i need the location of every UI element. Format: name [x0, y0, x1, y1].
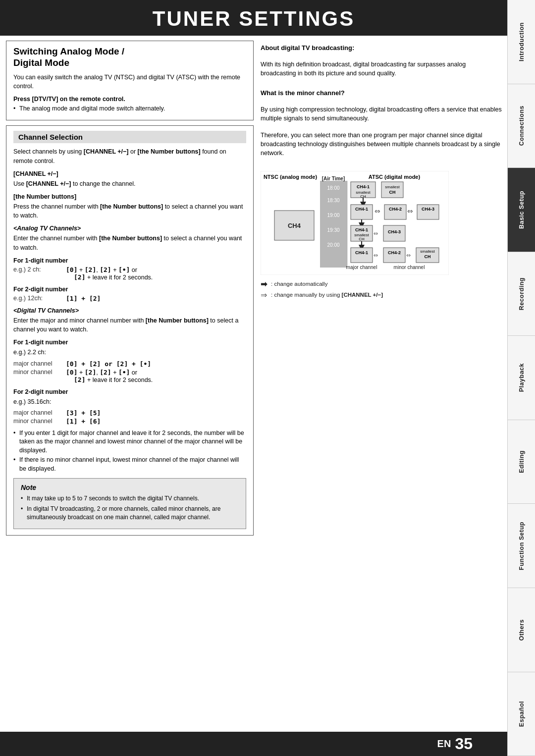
language-label: EN [437, 738, 451, 750]
svg-text:⇔: ⇔ [374, 207, 380, 215]
eg-2digit-analog-value: [1] + [2] [66, 295, 101, 302]
channel-plus-minus-heading: [CHANNEL +/−] [13, 169, 246, 178]
minor-2digit-label: minor channel [13, 418, 63, 425]
sidebar-item-playback[interactable]: Playback [508, 336, 535, 420]
digital-channels-heading: <Digital TV Channels> [13, 306, 246, 315]
channel-diagram: NTSC (analog mode) [Air Time] 18:00 18:3… [261, 171, 502, 301]
for-2digit-analog-heading: For 2-digit number [13, 285, 246, 294]
channel-bullet2: If there is no minor channel input, lowe… [13, 456, 246, 473]
sidebar-label-introduction: Introduction [518, 22, 525, 61]
minor-1digit-label: minor channel [13, 369, 63, 376]
for-1digit-digital-heading: For 1-digit number [13, 338, 246, 347]
svg-text:NTSC (analog mode): NTSC (analog mode) [264, 174, 318, 180]
svg-text:ATSC (digital mode): ATSC (digital mode) [369, 174, 421, 180]
svg-text:19:30: 19:30 [327, 227, 339, 233]
channel-diagram-svg: NTSC (analog mode) [Air Time] 18:00 18:3… [261, 171, 449, 275]
minor-2digit-digital-entry: minor channel [1] + [6] [13, 418, 246, 425]
svg-text:18:30: 18:30 [327, 198, 339, 203]
minor-heading: What is the minor channel? [261, 89, 502, 98]
sidebar-label-playback: Playback [518, 363, 525, 392]
svg-text:CH4-3: CH4-3 [422, 207, 434, 212]
eg-2digit-analog-label: e.g.) 12ch: [13, 295, 63, 302]
major-2digit-label: major channel [13, 409, 63, 416]
for-1digit-analog-heading: For 1-digit number [13, 256, 246, 265]
press-dtv-heading: Press [DTV/TV] on the remote control. [13, 95, 246, 104]
diagram-svg-wrapper: NTSC (analog mode) [Air Time] 18:00 18:3… [261, 171, 502, 276]
major-1digit-digital-entry: major channel [0] + [2] or [2] + [•] [13, 360, 246, 368]
analog-channels-heading: <Analog TV Channels> [13, 224, 246, 233]
sidebar: Introduction Connections Basic Setup Rec… [507, 0, 535, 756]
sidebar-label-espanol: Español [518, 701, 525, 727]
number-buttons-heading: [the Number buttons] [13, 192, 246, 201]
legend-solid-label: : change automatically [271, 281, 327, 287]
sidebar-label-basic-setup: Basic Setup [518, 191, 525, 229]
svg-rect-2 [320, 181, 347, 268]
svg-text:smallest: smallest [420, 249, 435, 254]
sidebar-label-connections: Connections [518, 106, 525, 146]
channel-selection-section: Channel Selection Select channels by usi… [6, 125, 254, 535]
svg-text:CH4-2: CH4-2 [389, 207, 402, 212]
minor-body2: Therefore, you can select more than one … [261, 131, 502, 158]
svg-text:⇔: ⇔ [374, 252, 378, 258]
digital-channels-body: Enter the major and minor channel number… [13, 316, 246, 334]
minor-1digit-values: [0] + [2], [2] + [•] or [2] + leave it f… [66, 369, 153, 383]
minor-1digit-digital-entry: minor channel [0] + [2], [2] + [•] or [2… [13, 369, 246, 383]
svg-text:⇔: ⇔ [406, 252, 411, 258]
analog-channels-body: Enter the channel number with [the Numbe… [13, 234, 246, 252]
sidebar-item-connections[interactable]: Connections [508, 84, 535, 168]
eg-2digit-digital-label: e.g.) 35.16ch: [13, 397, 246, 406]
channel-bullet1: If you enter 1 digit for major channel a… [13, 429, 246, 455]
sidebar-label-editing: Editing [518, 450, 525, 473]
major-2digit-value: [3] + [5] [66, 409, 101, 417]
about-body: With its high definition broadcast, digi… [261, 60, 502, 78]
note-item-2: In digital TV broadcasting, 2 or more ch… [21, 505, 239, 522]
channel-selection-title: Channel Selection [13, 131, 246, 143]
sidebar-item-function-setup[interactable]: Function Setup [508, 504, 535, 588]
channel-plus-minus-body: Use [CHANNEL +/−] to change the channel. [13, 179, 246, 188]
1digit-analog-entry: e.g.) 2 ch: [0] + [2], [2] + [•] or [2] … [13, 266, 246, 281]
major-1digit-label: major channel [13, 360, 63, 367]
number-buttons-body: Press the channel number with [the Numbe… [13, 202, 246, 220]
press-dtv-bullet: The analog mode and digital mode switch … [13, 105, 246, 113]
sidebar-item-editing[interactable]: Editing [508, 420, 535, 504]
solid-arrow-icon: ➡ [261, 279, 267, 289]
eg-1digit-analog-values: [0] + [2], [2] + [•] or [2] + leave it f… [66, 266, 153, 281]
svg-text:⇔: ⇔ [374, 230, 378, 236]
note-title: Note [21, 484, 239, 491]
outline-arrow-icon: ⇒ [261, 290, 267, 300]
svg-text:CH4-1: CH4-1 [357, 184, 370, 189]
svg-text:CH: CH [425, 254, 431, 259]
page-number: 35 [455, 735, 473, 753]
content-columns: Switching Analog Mode / Digital Mode You… [0, 36, 507, 732]
right-column: About digital TV broadcasting: With its … [261, 41, 502, 727]
sidebar-item-introduction[interactable]: Introduction [508, 0, 535, 84]
main-content: TUNER SETTINGS Switching Analog Mode / D… [0, 0, 507, 756]
switching-mode-intro: You can easily switch the analog TV (NTS… [13, 73, 246, 91]
svg-text:[Air Time]: [Air Time] [322, 176, 345, 181]
svg-text:CH: CH [359, 237, 365, 241]
sidebar-item-recording[interactable]: Recording [508, 252, 535, 336]
switching-mode-title: Switching Analog Mode / Digital Mode [13, 46, 246, 69]
eg-1digit-digital-label: e.g.) 2.2 ch: [13, 348, 246, 357]
diagram-legend: ➡ : change automatically ⇒ : change manu… [261, 279, 383, 301]
about-heading: About digital TV broadcasting: [261, 44, 502, 53]
svg-text:minor channel: minor channel [394, 265, 425, 270]
svg-text:CH: CH [389, 190, 396, 195]
channel-selection-intro: Select channels by using [CHANNEL +/−] o… [13, 147, 246, 165]
sidebar-item-espanol[interactable]: Español [508, 672, 535, 756]
sidebar-item-basic-setup[interactable]: Basic Setup [508, 168, 535, 252]
page-number-bar: EN 35 [0, 732, 507, 756]
svg-text:⇔: ⇔ [407, 207, 413, 215]
sidebar-item-others[interactable]: Others [508, 588, 535, 672]
minor-2digit-value: [1] + [6] [66, 418, 101, 425]
eg-1digit-analog-label: e.g.) 2 ch: [13, 266, 63, 273]
svg-text:CH4: CH4 [288, 222, 301, 229]
minor-body1: By using high compression technology, di… [261, 105, 502, 123]
svg-text:CH4-1: CH4-1 [355, 207, 368, 212]
note-item-1: It may take up to 5 to 7 seconds to swit… [21, 494, 239, 503]
svg-text:CH4-1: CH4-1 [355, 250, 368, 255]
svg-text:19:00: 19:00 [327, 213, 339, 218]
svg-text:18:00: 18:00 [327, 185, 339, 191]
page-title: TUNER SETTINGS [0, 0, 507, 36]
sidebar-label-function-setup: Function Setup [518, 522, 525, 570]
